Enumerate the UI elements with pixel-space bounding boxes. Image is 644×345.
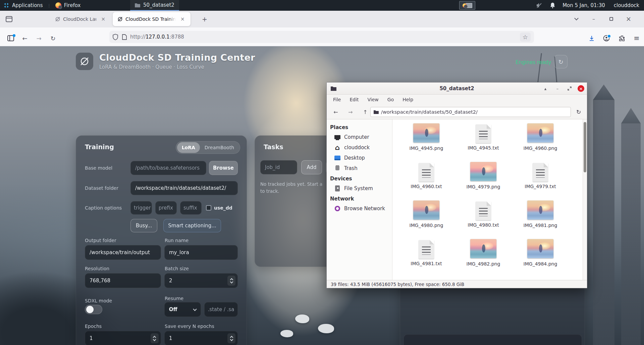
sdxl-toggle[interactable] <box>85 305 102 314</box>
file-item-img-4984-png[interactable]: IMG_4984.png <box>512 237 569 276</box>
file-item-img-4981-txt[interactable]: IMG_4981.txt <box>398 237 455 276</box>
file-name: IMG_4980.png <box>410 223 443 228</box>
forward-button[interactable]: → <box>34 33 44 44</box>
file-item-img-4960-txt[interactable]: IMG_4960.txt <box>398 160 455 198</box>
output-folder-label: Output folder <box>85 238 161 243</box>
fm-reload-button[interactable]: ↻ <box>573 107 584 117</box>
url-text[interactable]: http://127.0.0.1:8788 <box>130 34 184 40</box>
sidebar-item-computer[interactable]: Computer <box>327 132 392 142</box>
fm-up-button[interactable]: ↑ <box>360 107 370 117</box>
dataset-folder-input[interactable]: /workspace/train/datasets/dataset2/ <box>130 181 238 195</box>
epochs-input[interactable]: 1 <box>85 331 161 345</box>
sidebar-toggle-icon[interactable] <box>5 33 16 44</box>
fm-shade-button[interactable]: ▴ <box>541 84 549 93</box>
menu-edit[interactable]: Edit <box>345 96 363 104</box>
notifications-bell-icon[interactable] <box>549 2 556 9</box>
page-info-icon[interactable] <box>122 34 127 40</box>
trash-icon <box>334 165 341 172</box>
fm-scrollbar-thumb[interactable] <box>584 122 586 172</box>
prefix-input[interactable]: prefix <box>155 201 177 215</box>
fm-restore-button[interactable] <box>566 84 574 93</box>
session-user[interactable]: clouddock <box>614 2 639 8</box>
file-item-img-4945-txt[interactable]: IMG_4945.txt <box>455 121 512 160</box>
mode-lora-option[interactable]: LoRA <box>177 142 200 153</box>
applications-menu-icon[interactable] <box>3 2 9 8</box>
stepper-arrows[interactable] <box>227 276 235 286</box>
file-item-img-4982-png[interactable]: IMG_4982.png <box>455 237 512 276</box>
bookmark-star-icon[interactable]: ☆ <box>520 33 531 42</box>
account-icon[interactable] <box>601 33 612 44</box>
audio-muted-icon[interactable] <box>536 2 542 9</box>
sidebar-item-trash[interactable]: Trash <box>327 163 392 173</box>
resolution-input[interactable]: 768,768 <box>85 273 161 288</box>
file-item-img-4979-png[interactable]: IMG_4979.png <box>455 160 512 198</box>
menu-go[interactable]: Go <box>383 96 398 104</box>
save-every-input[interactable]: 1 <box>164 331 238 345</box>
job-id-input[interactable]: Job_id <box>260 160 297 174</box>
fm-minimize-button[interactable]: – <box>553 84 561 93</box>
menu-file[interactable]: File <box>329 96 345 104</box>
add-job-button[interactable]: Add <box>301 160 322 174</box>
sidebar-item-desktop[interactable]: Desktop <box>327 153 392 163</box>
browse-button[interactable]: Browse <box>209 161 238 175</box>
tab-clouddock-launcher[interactable]: CloudDock Launcher × <box>50 12 111 26</box>
file-item-img-4945-png[interactable]: IMG_4945.png <box>398 121 455 160</box>
fm-close-button[interactable]: × <box>578 85 584 92</box>
mode-dreambooth-option[interactable]: DreamBooth <box>200 142 239 153</box>
tab-overview-icon[interactable] <box>4 14 14 24</box>
new-tab-button[interactable]: + <box>200 15 209 23</box>
applications-menu[interactable]: Applications <box>12 2 43 8</box>
fm-title-bar[interactable]: 50_dataset2 ▴ – × <box>327 82 587 95</box>
batch-size-input[interactable]: 2 <box>164 273 238 288</box>
page-header: CloudDock SD Training Center LoRA & Drea… <box>76 52 255 70</box>
menu-hamburger-icon[interactable]: ≡ <box>631 33 642 44</box>
sidebar-item-file-system[interactable]: File System <box>327 183 392 193</box>
output-folder-input[interactable]: /workspace/train/output <box>85 245 161 260</box>
busy-button[interactable]: Busy... <box>130 219 157 232</box>
fm-back-button[interactable]: ← <box>331 107 341 117</box>
file-item-img-4981-png[interactable]: IMG_4981.png <box>512 198 569 237</box>
list-all-tabs-icon[interactable] <box>570 13 582 24</box>
fm-forward-button[interactable]: → <box>345 107 356 117</box>
extensions-puzzle-icon[interactable] <box>616 33 627 44</box>
window-maximize-button[interactable] <box>605 13 617 24</box>
stepper-arrows[interactable] <box>227 333 235 343</box>
refresh-engines-button[interactable]: ↻ <box>554 55 568 68</box>
sidebar-item-browse-network[interactable]: Browse Network <box>327 203 392 214</box>
downloads-icon[interactable] <box>586 33 597 44</box>
run-name-input[interactable]: my_lora <box>164 245 238 260</box>
image-thumbnail <box>527 200 553 220</box>
firefox-menu[interactable]: Firefox <box>64 2 81 8</box>
menu-view[interactable]: View <box>363 96 383 104</box>
file-item-img-4960-png[interactable]: IMG_4960.png <box>512 121 569 160</box>
firefox-icon[interactable] <box>55 2 61 8</box>
taskbar-window-button[interactable]: 50_dataset2 <box>130 0 179 11</box>
back-button[interactable]: ← <box>19 33 30 44</box>
suffix-input[interactable]: suffix <box>180 201 202 215</box>
stepper-arrows[interactable] <box>151 333 159 343</box>
reload-button[interactable]: ↻ <box>48 33 58 44</box>
tab-clouddock-sd-training[interactable]: CloudDock SD Training × <box>113 12 191 26</box>
close-tab-icon[interactable]: × <box>99 15 107 23</box>
fm-scrollbar[interactable] <box>583 119 587 280</box>
window-preview-tray[interactable] <box>459 1 475 10</box>
file-item-img-4980-png[interactable]: IMG_4980.png <box>398 198 455 237</box>
menu-help[interactable]: Help <box>398 96 418 104</box>
resume-select[interactable]: Off <box>164 302 201 317</box>
sidebar-item-clouddock[interactable]: clouddock <box>327 142 392 153</box>
window-minimize-button[interactable]: – <box>588 13 600 24</box>
trigger-input[interactable]: trigger <box>130 201 152 215</box>
url-bar[interactable]: http://127.0.0.1:8788 ☆ <box>109 31 534 43</box>
base-model-input[interactable]: /path/to/base.safetensors <box>130 161 206 175</box>
close-tab-icon[interactable]: × <box>178 15 187 23</box>
file-item-img-4979-txt[interactable]: IMG_4979.txt <box>512 160 569 198</box>
use-dd-checkbox[interactable] <box>206 205 211 211</box>
shield-icon[interactable] <box>113 34 118 40</box>
image-thumbnail <box>527 123 553 142</box>
fm-path-bar[interactable]: /workspace/train/datasets/50_dataset2/ <box>370 107 571 117</box>
window-close-button[interactable]: × <box>623 13 635 24</box>
clock[interactable]: Mon 5 Jan, 01:30 <box>562 2 605 8</box>
resume-state-input[interactable]: .state / .sa <box>204 302 238 317</box>
file-item-img-4980-txt[interactable]: IMG_4980.txt <box>455 198 512 237</box>
smart-captioning-button[interactable]: Smart captioning... <box>163 219 221 232</box>
